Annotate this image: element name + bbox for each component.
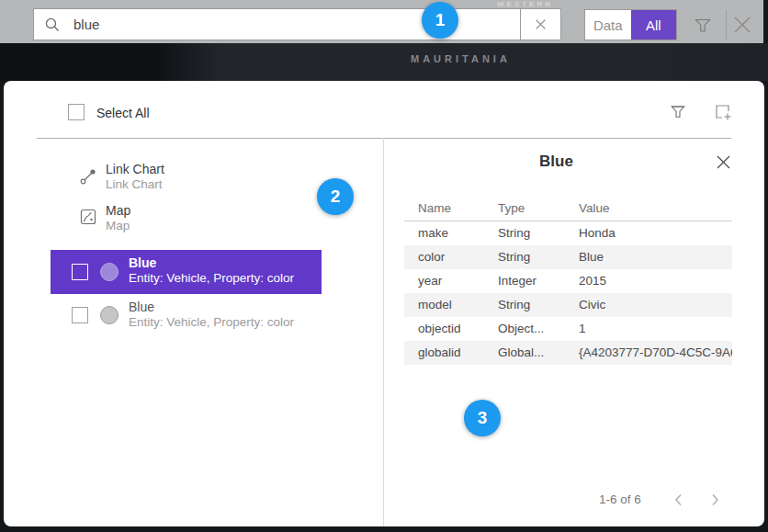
cell-value: 2015 — [579, 269, 606, 293]
item-subtitle: Entity: Vehicle, Property: color — [129, 315, 294, 329]
cell-name: model — [418, 293, 452, 317]
map-icon — [80, 209, 96, 225]
header-divider — [37, 138, 731, 139]
cell-name: globalid — [418, 341, 461, 365]
cell-name: make — [418, 221, 448, 245]
table-row: color String Blue — [404, 245, 732, 269]
list-item-blue[interactable]: Blue Entity: Vehicle, Property: color — [51, 300, 322, 340]
item-title: Blue — [129, 300, 154, 314]
item-checkbox[interactable] — [72, 264, 88, 280]
list-item-blue-selected[interactable]: Blue Entity: Vehicle, Property: color — [51, 250, 322, 294]
select-all-label: Select All — [96, 106, 150, 120]
table-row: globalid Global... {A4203777-D70D-4C5C-9… — [404, 341, 732, 365]
column-divider — [383, 138, 384, 526]
item-title: Link Chart — [106, 162, 164, 176]
item-title: Map — [106, 203, 130, 218]
table-row: year Integer 2015 — [404, 269, 732, 293]
scope-option-data[interactable]: Data — [585, 10, 631, 40]
item-checkbox[interactable] — [72, 307, 88, 323]
callout-badge-2: 2 — [317, 178, 354, 215]
close-search-icon[interactable] — [731, 14, 753, 36]
table-row: objectid Object... 1 — [404, 317, 732, 341]
detail-close-icon[interactable] — [716, 154, 731, 170]
table-header: Name Type Value — [404, 201, 732, 221]
item-title: Blue — [129, 255, 156, 270]
filter-icon[interactable] — [694, 16, 712, 34]
list-item-link-chart[interactable]: Link Chart Link Chart — [51, 158, 322, 198]
callout-badge-3: 3 — [464, 400, 501, 436]
search-toolbar: WESTERN Data All — [0, 0, 763, 43]
scope-toggle: Data All — [584, 9, 677, 40]
panel-filter-icon[interactable] — [670, 103, 686, 119]
column-type: Type — [498, 201, 525, 215]
cell-value: 1 — [579, 317, 586, 341]
chevron-right-icon — [711, 493, 719, 506]
table-row: make String Honda — [404, 221, 732, 245]
link-chart-icon — [80, 168, 96, 185]
map-label-western: WESTERN — [497, 0, 553, 8]
add-to-selection-icon[interactable] — [714, 103, 732, 121]
select-all-checkbox[interactable] — [68, 104, 85, 120]
scope-option-all[interactable]: All — [631, 10, 677, 40]
search-icon — [44, 17, 61, 33]
cell-type: String — [498, 293, 530, 317]
pagination-range: 1-6 of 6 — [599, 492, 641, 506]
callout-badge-1: 1 — [422, 2, 458, 39]
attribute-table: make String Honda color String Blue year… — [404, 221, 732, 365]
item-subtitle: Map — [106, 219, 130, 232]
map-label-mauritania: MAURITANIA — [411, 53, 511, 64]
toolbar-divider — [726, 10, 727, 40]
cell-value: Blue — [579, 245, 604, 269]
cell-name: year — [418, 269, 442, 293]
cell-type: Global... — [498, 341, 544, 365]
cell-value: Honda — [579, 221, 616, 245]
clear-search-button[interactable] — [520, 8, 561, 40]
item-subtitle: Link Chart — [106, 177, 163, 191]
column-name: Name — [418, 201, 451, 215]
list-item-map[interactable]: Map Map — [51, 199, 322, 240]
search-results-panel: Select All Link Chart Link Chart Map Map — [4, 81, 764, 526]
map-background: MAURITANIA — [0, 43, 768, 81]
pagination-next-button[interactable] — [704, 489, 726, 511]
column-value: Value — [579, 201, 610, 215]
pagination-prev-button[interactable] — [667, 489, 689, 511]
cell-type: String — [498, 245, 530, 269]
cell-value: {A4203777-D70D-4C5C-9A65-C... — [579, 341, 732, 365]
cell-type: Object... — [498, 317, 544, 341]
table-row: model String Civic — [404, 293, 732, 317]
cell-type: Integer — [498, 269, 536, 293]
cell-value: Civic — [579, 293, 605, 317]
cell-name: color — [418, 245, 445, 269]
chevron-left-icon — [674, 493, 683, 506]
item-subtitle: Entity: Vehicle, Property: color — [129, 271, 294, 285]
entity-dot-icon — [100, 263, 119, 281]
entity-dot-icon — [100, 306, 119, 324]
cell-name: objectid — [418, 317, 461, 341]
clear-x-icon — [535, 18, 547, 30]
detail-title: Blue — [383, 153, 729, 171]
cell-type: String — [498, 221, 530, 245]
